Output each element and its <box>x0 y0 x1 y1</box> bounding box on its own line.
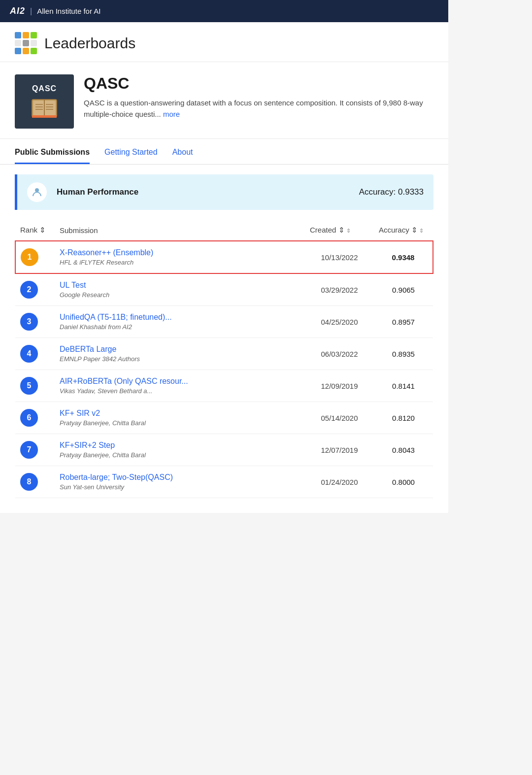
table-row: 2UL TestGoogle Research03/29/20220.9065 <box>15 273 433 306</box>
table-row: 5AIR+RoBERTa (Only QASC resour...Vikas Y… <box>15 370 433 402</box>
person-icon <box>31 186 43 198</box>
dataset-description: QASC is a question-answering dataset wit… <box>84 98 433 120</box>
tabs-section: Public Submissions Getting Started About <box>0 139 448 165</box>
more-link[interactable]: more <box>163 110 180 118</box>
submission-author: Sun Yat-sen University <box>60 483 300 491</box>
col-rank[interactable]: Rank ⇕ <box>15 220 55 241</box>
submission-author: Pratyay Banerjee, Chitta Baral <box>60 451 300 459</box>
accuracy-cell: 0.8120 <box>374 402 433 434</box>
submission-cell: X-Reasoner++ (Ensemble)HFL & iFLYTEK Res… <box>55 241 305 273</box>
accuracy-cell: 0.8957 <box>374 306 433 338</box>
top-nav: AI2 | Allen Institute for AI <box>0 0 448 22</box>
main-container: Leaderboards QASC <box>0 22 448 513</box>
submission-link[interactable]: AIR+RoBERTa (Only QASC resour... <box>60 377 300 386</box>
nav-divider: | <box>30 7 32 16</box>
leaderboards-title: Leaderboards <box>44 35 135 52</box>
col-accuracy[interactable]: Accuracy ⇕ <box>374 220 433 241</box>
org-name: Allen Institute for AI <box>37 7 100 15</box>
logo-cell <box>15 48 21 54</box>
dataset-name: QASC <box>84 74 433 93</box>
rank-cell: 6 <box>15 402 55 434</box>
accuracy-cell: 0.8043 <box>374 434 433 466</box>
table-row: 3UnifiedQA (T5-11B; finetuned)...Daniel … <box>15 306 433 338</box>
logo-cell <box>15 32 21 38</box>
rank-cell: 1 <box>15 241 55 273</box>
rank-badge: 7 <box>20 441 38 459</box>
rank-badge: 2 <box>20 281 38 299</box>
dataset-section: QASC QASC <box>0 62 448 139</box>
logo-cell <box>31 40 37 46</box>
tab-public-submissions[interactable]: Public Submissions <box>15 139 90 164</box>
accuracy-cell: 0.9065 <box>374 273 433 306</box>
rank-badge: 8 <box>20 473 38 491</box>
submission-cell: UnifiedQA (T5-11B; finetuned)...Daniel K… <box>55 306 305 338</box>
rank-badge: 4 <box>20 345 38 363</box>
rank-badge: 5 <box>20 377 38 395</box>
rank-cell: 8 <box>15 466 55 498</box>
content-area: Human Performance Accuracy: 0.9333 Rank … <box>0 174 448 513</box>
submission-author: HFL & iFLYTEK Research <box>60 259 300 266</box>
submission-author: Vikas Yadav, Steven Bethard a... <box>60 387 300 395</box>
rank-cell: 4 <box>15 338 55 370</box>
submission-cell: KF+SIR+2 StepPratyay Banerjee, Chitta Ba… <box>55 434 305 466</box>
logo-cell <box>31 48 37 54</box>
accuracy-cell: 0.8141 <box>374 370 433 402</box>
rank-cell: 5 <box>15 370 55 402</box>
logo-cell <box>23 32 29 38</box>
submission-link[interactable]: UL Test <box>60 281 300 290</box>
rank-badge: 1 <box>21 248 38 266</box>
created-cell: 12/09/2019 <box>305 370 374 402</box>
submission-author: Pratyay Banerjee, Chitta Baral <box>60 419 300 427</box>
rank-cell: 3 <box>15 306 55 338</box>
submission-author: Daniel Khashabi from AI2 <box>60 323 300 331</box>
submission-author: Google Research <box>60 291 300 299</box>
created-cell: 12/07/2019 <box>305 434 374 466</box>
col-created[interactable]: Created ⇕ <box>305 220 374 241</box>
created-cell: 06/03/2022 <box>305 338 374 370</box>
human-performance-banner: Human Performance Accuracy: 0.9333 <box>15 174 433 210</box>
submission-link[interactable]: KF+ SIR v2 <box>60 409 300 418</box>
human-perf-icon <box>27 182 47 202</box>
tab-getting-started[interactable]: Getting Started <box>104 139 158 164</box>
table-body: 1X-Reasoner++ (Ensemble)HFL & iFLYTEK Re… <box>15 241 433 498</box>
dataset-icon-label: QASC <box>32 84 57 93</box>
submission-cell: KF+ SIR v2Pratyay Banerjee, Chitta Baral <box>55 402 305 434</box>
created-cell: 05/14/2020 <box>305 402 374 434</box>
table-row: 4DeBERTa LargeEMNLP Paper 3842 Authors06… <box>15 338 433 370</box>
tab-about[interactable]: About <box>172 139 193 164</box>
dataset-header: QASC QASC <box>15 74 433 129</box>
created-cell: 01/24/2020 <box>305 466 374 498</box>
leaderboard-table: Rank ⇕ Submission Created ⇕ Accuracy ⇕ 1… <box>15 220 433 498</box>
accuracy-cell: 0.9348 <box>374 241 433 273</box>
rank-badge: 6 <box>20 409 38 427</box>
submission-cell: UL TestGoogle Research <box>55 273 305 306</box>
rank-cell: 7 <box>15 434 55 466</box>
ai2-logo: AI2 <box>10 6 25 16</box>
logo-cell <box>23 48 29 54</box>
human-perf-accuracy: Accuracy: 0.9333 <box>359 187 424 197</box>
submission-link[interactable]: Roberta-large; Two-Step(QASC) <box>60 473 300 482</box>
logo-cell <box>23 40 29 46</box>
table-row: 6KF+ SIR v2Pratyay Banerjee, Chitta Bara… <box>15 402 433 434</box>
rank-badge: 3 <box>20 313 38 331</box>
submission-link[interactable]: KF+SIR+2 Step <box>60 441 300 450</box>
logo-cell <box>15 40 21 46</box>
dataset-info: QASC QASC is a question-answering datase… <box>84 74 433 120</box>
submission-cell: DeBERTa LargeEMNLP Paper 3842 Authors <box>55 338 305 370</box>
table-row: 1X-Reasoner++ (Ensemble)HFL & iFLYTEK Re… <box>15 241 433 273</box>
rank-cell: 2 <box>15 273 55 306</box>
logo-cell <box>31 32 37 38</box>
leaderboards-header: Leaderboards <box>0 22 448 62</box>
table-row: 7KF+SIR+2 StepPratyay Banerjee, Chitta B… <box>15 434 433 466</box>
table-row: 8Roberta-large; Two-Step(QASC)Sun Yat-se… <box>15 466 433 498</box>
submission-author: EMNLP Paper 3842 Authors <box>60 355 300 363</box>
submission-link[interactable]: X-Reasoner++ (Ensemble) <box>60 248 300 257</box>
svg-rect-9 <box>32 115 57 118</box>
submission-link[interactable]: DeBERTa Large <box>60 345 300 354</box>
created-cell: 03/29/2022 <box>305 273 374 306</box>
svg-point-10 <box>35 188 39 192</box>
human-perf-label: Human Performance <box>57 187 349 197</box>
submission-cell: Roberta-large; Two-Step(QASC)Sun Yat-sen… <box>55 466 305 498</box>
created-cell: 04/25/2020 <box>305 306 374 338</box>
submission-link[interactable]: UnifiedQA (T5-11B; finetuned)... <box>60 313 300 322</box>
